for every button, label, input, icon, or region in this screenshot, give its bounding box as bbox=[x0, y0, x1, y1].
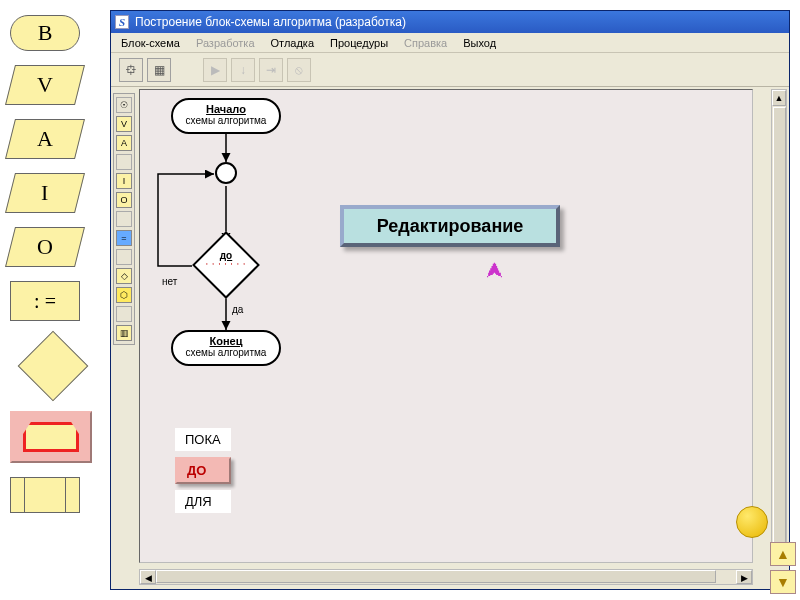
node-end[interactable]: Конецсхемы алгоритма bbox=[171, 330, 281, 366]
scroll-thumb-v[interactable] bbox=[773, 107, 786, 545]
tool-stop-icon[interactable]: ⦸ bbox=[287, 58, 311, 82]
side-sub-icon[interactable]: ▥ bbox=[116, 325, 132, 341]
app-window: S Построение блок-схемы алгоритма (разра… bbox=[110, 10, 790, 590]
nav-up-button[interactable]: ▲ bbox=[770, 542, 796, 566]
node-connector[interactable] bbox=[215, 162, 237, 184]
side-o-icon[interactable]: O bbox=[116, 192, 132, 208]
edit-mode-banner[interactable]: Редактирование bbox=[340, 205, 560, 247]
side-sep3 bbox=[116, 249, 132, 265]
palette-io-a[interactable]: A bbox=[5, 119, 85, 159]
menu-debug[interactable]: Отладка bbox=[271, 37, 314, 49]
scroll-up-icon[interactable]: ▲ bbox=[772, 90, 786, 106]
title-bar: S Построение блок-схемы алгоритма (разра… bbox=[111, 11, 789, 33]
horizontal-scrollbar[interactable]: ◀ ▶ bbox=[139, 569, 753, 585]
canvas[interactable]: Началосхемы алгоритма до' ' ' ' ' ' ' не… bbox=[139, 89, 753, 563]
palette-decision[interactable] bbox=[17, 331, 88, 402]
side-toolbar: ☉ V A I O = ◇ ⬡ ▥ bbox=[113, 93, 135, 345]
menu-bar: Блок-схема Разработка Отладка Процедуры … bbox=[111, 33, 789, 53]
palette-io-i[interactable]: I bbox=[5, 173, 85, 213]
smiley-icon bbox=[736, 506, 768, 538]
palette-io-o[interactable]: O bbox=[5, 227, 85, 267]
side-assign-icon[interactable]: = bbox=[116, 230, 132, 246]
scroll-thumb-h[interactable] bbox=[156, 570, 716, 583]
menu-development[interactable]: Разработка bbox=[196, 37, 255, 49]
palette-assign[interactable]: : = bbox=[10, 281, 80, 321]
window-title: Построение блок-схемы алгоритма (разрабо… bbox=[135, 15, 406, 29]
scroll-left-icon[interactable]: ◀ bbox=[140, 570, 156, 584]
side-sep4 bbox=[116, 306, 132, 322]
side-a-icon[interactable]: A bbox=[116, 135, 132, 151]
toolbar: ⯐ ▦ ▶ ↓ ⇥ ⦸ bbox=[111, 53, 789, 87]
vertical-scrollbar[interactable]: ▲ ▼ bbox=[771, 89, 787, 563]
nav-down-button[interactable]: ▼ bbox=[770, 570, 796, 594]
shape-palette: B V A I O : = bbox=[10, 15, 95, 513]
tool-grid-icon[interactable]: ▦ bbox=[147, 58, 171, 82]
side-sep2 bbox=[116, 211, 132, 227]
loop-for[interactable]: ДЛЯ bbox=[175, 490, 231, 513]
loop-until[interactable]: ДО bbox=[175, 457, 231, 484]
palette-terminator[interactable]: B bbox=[10, 15, 80, 51]
palette-loop-selected[interactable] bbox=[10, 411, 92, 463]
flow-lines bbox=[140, 90, 753, 563]
tool-zoom-in-icon[interactable]: ⯐ bbox=[119, 58, 143, 82]
palette-subprocess[interactable] bbox=[10, 477, 80, 513]
menu-procedures[interactable]: Процедуры bbox=[330, 37, 388, 49]
side-loop-icon[interactable]: ⬡ bbox=[116, 287, 132, 303]
menu-help[interactable]: Справка bbox=[404, 37, 447, 49]
scroll-right-icon[interactable]: ▶ bbox=[736, 570, 752, 584]
side-v-icon[interactable]: V bbox=[116, 116, 132, 132]
loop-type-list: ПОКА ДО ДЛЯ bbox=[175, 428, 231, 513]
menu-exit[interactable]: Выход bbox=[463, 37, 496, 49]
tool-step-up-icon[interactable]: ⇥ bbox=[259, 58, 283, 82]
palette-io-v[interactable]: V bbox=[5, 65, 85, 105]
label-yes: да bbox=[232, 304, 243, 315]
side-sep1 bbox=[116, 154, 132, 170]
workspace: ☉ V A I O = ◇ ⬡ ▥ Началосхемы bbox=[111, 87, 789, 587]
tool-play-icon[interactable]: ▶ bbox=[203, 58, 227, 82]
side-decision-icon[interactable]: ◇ bbox=[116, 268, 132, 284]
cursor-pointer-icon: ⮝ bbox=[486, 260, 504, 281]
side-i-icon[interactable]: I bbox=[116, 173, 132, 189]
tool-step-down-icon[interactable]: ↓ bbox=[231, 58, 255, 82]
menu-blockscheme[interactable]: Блок-схема bbox=[121, 37, 180, 49]
label-no: нет bbox=[162, 276, 177, 287]
side-coin-icon[interactable]: ☉ bbox=[116, 97, 132, 113]
node-start[interactable]: Началосхемы алгоритма bbox=[171, 98, 281, 134]
loop-while[interactable]: ПОКА bbox=[175, 428, 231, 451]
app-icon: S bbox=[115, 15, 129, 29]
node-decision[interactable]: до' ' ' ' ' ' ' bbox=[192, 242, 260, 288]
